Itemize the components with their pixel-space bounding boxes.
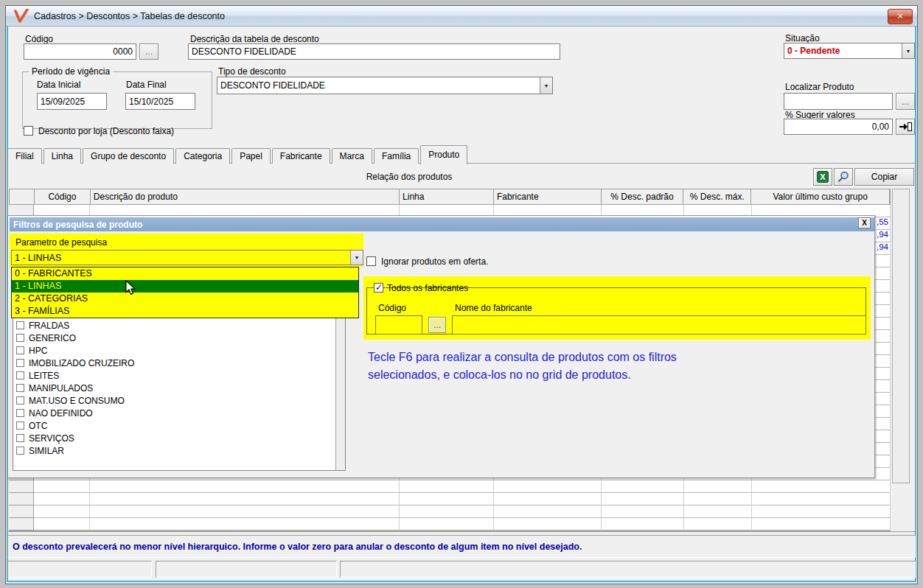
table-cell[interactable] (90, 493, 400, 505)
chevron-down-icon[interactable]: ▼ (540, 77, 552, 94)
sugerir-valores-input[interactable] (784, 119, 893, 135)
item-checkbox[interactable] (16, 346, 24, 354)
list-item-generico[interactable]: GENERICO (13, 332, 335, 344)
list-item-hpc[interactable]: HPC (13, 344, 335, 357)
table-cell[interactable] (752, 518, 891, 531)
table-cell[interactable] (400, 518, 494, 531)
chevron-down-icon[interactable]: ▼ (902, 43, 914, 58)
tab-fabricante[interactable]: Fabricante (272, 148, 330, 164)
list-item-similar[interactable]: SIMILAR (13, 444, 335, 457)
apply-suggest-button[interactable] (896, 119, 915, 135)
tab-família[interactable]: Família (374, 148, 419, 164)
dropdown-option-1-linhas[interactable]: 1 - LINHAS (12, 280, 358, 293)
table-cell[interactable] (602, 493, 684, 505)
ignorar-oferta-checkbox[interactable] (366, 256, 376, 266)
table-cell[interactable] (400, 493, 494, 505)
item-checkbox[interactable] (16, 421, 24, 430)
list-item-manipulados[interactable]: MANIPULADOS (13, 382, 335, 394)
table-cell[interactable] (34, 480, 90, 493)
list-item-imobilizado-cruzeiro[interactable]: IMOBILIZADO CRUZEIRO (13, 357, 335, 369)
export-excel-button[interactable]: X (813, 168, 832, 186)
table-cell[interactable] (400, 480, 494, 493)
list-item-leites[interactable]: LEITES (13, 369, 335, 382)
table-cell[interactable] (494, 505, 602, 518)
tab-filial[interactable]: Filial (7, 148, 42, 164)
tab-papel[interactable]: Papel (231, 148, 271, 164)
table-cell[interactable] (34, 493, 90, 505)
table-cell[interactable] (34, 518, 90, 531)
item-checkbox[interactable] (16, 384, 24, 392)
copiar-button[interactable]: Copiar (854, 168, 914, 186)
column-header-Código[interactable]: Código (35, 189, 91, 204)
item-checkbox[interactable] (16, 409, 24, 417)
codigo-input[interactable] (24, 43, 136, 60)
table-cell[interactable] (90, 505, 400, 518)
desconto-loja-checkbox[interactable] (24, 126, 33, 136)
list-item-mat-uso-e-consumo[interactable]: MAT.USO E CONSUMO (13, 394, 335, 407)
data-inicial-input[interactable] (37, 93, 107, 110)
table-cell[interactable] (752, 505, 891, 518)
item-checkbox[interactable] (16, 359, 24, 367)
todos-fabricantes-checkbox[interactable] (374, 283, 383, 293)
item-checkbox[interactable] (16, 334, 24, 342)
dropdown-option-0-fabricantes[interactable]: 0 - FABRICANTES (12, 267, 358, 280)
data-final-input[interactable] (125, 93, 195, 110)
codigo-browse-button[interactable]: ... (139, 43, 159, 60)
table-cell[interactable] (752, 480, 891, 493)
table-row[interactable] (9, 505, 891, 518)
column-header-Valor último custo grupo[interactable]: Valor último custo grupo (751, 189, 890, 204)
table-cell[interactable] (494, 493, 602, 505)
localizar-browse-button[interactable]: ... (896, 93, 915, 110)
table-row[interactable] (9, 518, 891, 531)
search-products-button[interactable] (834, 168, 853, 186)
grid-scrollbar[interactable] (892, 189, 910, 483)
filter-dialog-titlebar[interactable]: Filtros de pesquisa de produto (10, 217, 874, 231)
localizar-produto-input[interactable] (784, 93, 893, 110)
column-header-Linha[interactable]: Linha (400, 189, 494, 204)
table-cell[interactable] (752, 493, 891, 505)
table-cell[interactable] (90, 518, 400, 531)
chevron-down-icon[interactable]: ▼ (350, 251, 363, 265)
column-header-Fabricante[interactable]: Fabricante (494, 189, 602, 204)
column-header-indicator[interactable] (10, 189, 35, 204)
table-cell[interactable] (602, 518, 684, 531)
table-cell[interactable] (400, 505, 494, 518)
tab-categoria[interactable]: Categoria (175, 148, 230, 164)
item-checkbox[interactable] (16, 321, 24, 329)
table-cell[interactable] (684, 505, 752, 518)
close-button[interactable]: ✕ (888, 9, 913, 24)
table-cell[interactable] (684, 480, 752, 493)
parametro-combobox[interactable]: 1 - LINHAS ▼ (11, 250, 363, 265)
table-cell[interactable] (684, 518, 752, 531)
column-header-Descrição do produto[interactable]: Descrição do produto (91, 189, 400, 204)
item-checkbox[interactable] (16, 447, 24, 455)
item-checkbox[interactable] (16, 396, 24, 405)
table-cell[interactable] (602, 505, 684, 518)
table-cell[interactable] (494, 518, 602, 531)
fab-nome-input[interactable] (452, 315, 866, 335)
table-cell[interactable] (34, 505, 90, 518)
fab-codigo-input[interactable] (375, 315, 422, 335)
filter-dialog-close-button[interactable]: X (858, 217, 871, 228)
fab-browse-button[interactable]: ... (428, 317, 446, 333)
tab-linha[interactable]: Linha (43, 148, 81, 164)
table-cell[interactable] (494, 480, 602, 493)
dropdown-option-2-categorias[interactable]: 2 - CATEGORIAS (12, 293, 358, 305)
list-item-fraldas[interactable]: FRALDAS (13, 319, 335, 332)
tab-marca[interactable]: Marca (332, 148, 372, 164)
column-header-% Desc. máx.[interactable]: % Desc. máx. (683, 189, 751, 204)
item-checkbox[interactable] (16, 371, 24, 379)
column-header-% Desc. padrão[interactable]: % Desc. padrão (602, 189, 684, 204)
item-checkbox[interactable] (16, 434, 24, 442)
tipo-desconto-combobox[interactable]: DESCONTO FIDELIDADE ▼ (217, 77, 553, 94)
table-row[interactable] (9, 493, 891, 505)
table-cell[interactable] (684, 493, 752, 505)
table-cell[interactable] (90, 480, 400, 493)
listbox-scrollbar[interactable] (335, 311, 345, 470)
tab-produto[interactable]: Produto (420, 145, 467, 164)
table-row[interactable] (9, 480, 891, 493)
dropdown-option-3-fam-lias[interactable]: 3 - FAMÍLIAS (12, 305, 358, 318)
list-item-nao-definido[interactable]: NAO DEFINIDO (13, 407, 335, 419)
list-item-otc[interactable]: OTC (13, 419, 335, 432)
linhas-listbox[interactable]: FRALDASGENERICOHPCIMOBILIZADO CRUZEIROLE… (13, 310, 346, 471)
